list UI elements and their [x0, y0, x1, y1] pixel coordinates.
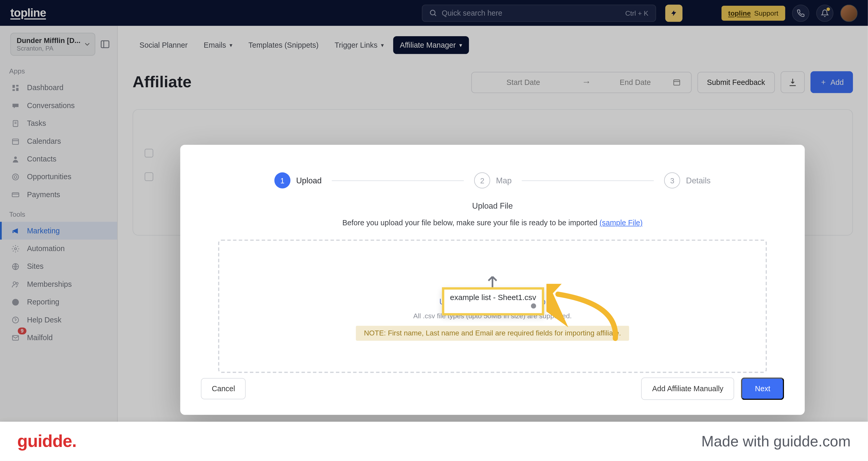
bell-button[interactable] — [816, 4, 833, 22]
panel-toggle-icon[interactable] — [100, 39, 110, 50]
upload-modal: 1 Upload 2 Map 3 Details Upload File Bef… — [180, 145, 805, 415]
search-input[interactable]: Quick search here Ctrl + K — [422, 4, 656, 22]
svg-line-1 — [434, 14, 436, 16]
modal-description: Before you upload your file below, make … — [194, 218, 791, 227]
sidebar-item-calendars[interactable]: Calendars — [0, 132, 117, 150]
chevron-down-icon — [83, 40, 91, 48]
sidebar-heading-tools: Tools — [0, 203, 117, 222]
mail-icon — [11, 334, 20, 342]
file-chip-callout: example list - Sheet1.csv — [442, 287, 544, 315]
row-checkbox[interactable] — [145, 149, 153, 157]
sidebar-item-sites[interactable]: Sites — [0, 257, 117, 275]
tasks-icon — [11, 119, 20, 127]
svg-rect-6 — [16, 87, 19, 91]
sidebar-item-payments[interactable]: Payments — [0, 186, 117, 203]
svg-rect-5 — [16, 85, 19, 86]
chat-icon — [11, 101, 20, 109]
start-date-field[interactable]: Start Date — [472, 72, 575, 92]
tab-templates[interactable]: Templates (Snippets) — [242, 36, 325, 54]
svg-point-0 — [430, 10, 435, 15]
sidebar-item-automation[interactable]: Automation — [0, 240, 117, 257]
next-button[interactable]: Next — [741, 377, 784, 400]
sidebar-item-helpdesk[interactable]: Help Desk — [0, 311, 117, 328]
guidde-logo: guidde. — [17, 432, 76, 451]
help-icon — [11, 316, 20, 324]
globe-icon — [11, 262, 20, 270]
svg-point-20 — [13, 282, 16, 284]
location-selector[interactable]: Dunder Mifflin [D... Scranton, PA — [10, 33, 95, 56]
svg-rect-2 — [101, 41, 109, 48]
tab-affiliate-manager[interactable]: Affiliate Manager▾ — [393, 36, 469, 54]
search-shortcut: Ctrl + K — [625, 9, 648, 17]
svg-rect-4 — [12, 85, 15, 88]
cancel-button[interactable]: Cancel — [201, 378, 246, 400]
sidebar-item-mailfold[interactable]: Mailfold9 — [0, 329, 117, 346]
bolt-button[interactable] — [665, 4, 682, 22]
svg-rect-16 — [12, 193, 19, 196]
chevron-down-icon: ▾ — [229, 42, 232, 48]
modal-subtitle: Upload File — [194, 201, 791, 210]
sidebar-item-dashboard[interactable]: Dashboard — [0, 79, 117, 96]
calendar-icon[interactable] — [673, 78, 691, 86]
dashboard-icon — [11, 84, 20, 92]
sidebar-item-memberships[interactable]: Memberships — [0, 275, 117, 293]
svg-point-21 — [16, 282, 18, 284]
stepper: 1 Upload 2 Map 3 Details — [194, 172, 791, 189]
phone-button[interactable] — [792, 4, 809, 22]
target-icon — [11, 173, 20, 181]
sidebar-item-tasks[interactable]: Tasks — [0, 114, 117, 132]
sidebar-item-marketing[interactable]: Marketing — [0, 222, 117, 240]
page-title: Affiliate — [133, 73, 192, 91]
notification-dot — [827, 7, 830, 11]
contacts-icon — [11, 155, 20, 163]
tab-emails[interactable]: Emails▾ — [197, 36, 239, 54]
chevron-down-icon: ▾ — [459, 42, 462, 48]
megaphone-icon — [11, 227, 20, 235]
topbar: topline Quick search here Ctrl + K topli… — [0, 0, 868, 26]
users-icon — [11, 280, 20, 288]
sample-file-link[interactable]: (sample File) — [599, 218, 643, 227]
add-manually-button[interactable]: Add Affiliate Manually — [641, 377, 735, 400]
download-button[interactable] — [781, 71, 805, 93]
row-checkbox[interactable] — [145, 172, 153, 181]
avatar[interactable] — [840, 4, 858, 22]
gear-icon — [11, 244, 20, 253]
chart-icon — [11, 298, 20, 306]
svg-rect-24 — [674, 80, 680, 85]
sidebar: Dunder Mifflin [D... Scranton, PA Apps D… — [0, 26, 118, 461]
sidebar-item-reporting[interactable]: Reporting — [0, 293, 117, 311]
svg-point-13 — [14, 156, 17, 159]
step-map[interactable]: 2 Map — [474, 172, 512, 189]
svg-rect-7 — [12, 89, 15, 91]
close-icon[interactable] — [531, 304, 536, 309]
search-placeholder: Quick search here — [442, 8, 621, 17]
arrow-right-icon: → — [575, 77, 598, 87]
tab-social-planner[interactable]: Social Planner — [133, 36, 195, 54]
svg-point-18 — [14, 248, 17, 250]
sidebar-item-contacts[interactable]: Contacts — [0, 150, 117, 168]
payments-icon — [11, 191, 20, 199]
support-button[interactable]: topline Support — [721, 5, 785, 20]
tabs: Social Planner Emails▾ Templates (Snippe… — [133, 26, 853, 54]
tab-trigger-links[interactable]: Trigger Links▾ — [328, 36, 391, 54]
svg-point-15 — [14, 175, 17, 178]
chevron-down-icon: ▾ — [381, 42, 384, 48]
svg-rect-11 — [12, 139, 19, 144]
sidebar-heading-apps: Apps — [0, 60, 117, 79]
plus-icon: ＋ — [819, 77, 827, 87]
step-details[interactable]: 3 Details — [664, 172, 711, 189]
add-button[interactable]: ＋ Add — [810, 71, 853, 93]
date-range[interactable]: Start Date → End Date — [471, 71, 691, 93]
end-date-field[interactable]: End Date — [598, 72, 673, 92]
calendar-icon — [11, 137, 20, 145]
badge-count: 9 — [18, 327, 26, 334]
svg-point-14 — [12, 174, 19, 180]
made-with-label: Made with guidde.com — [701, 432, 850, 450]
sidebar-item-opportunities[interactable]: Opportunities — [0, 168, 117, 185]
callout-arrow — [547, 284, 627, 347]
step-upload[interactable]: 1 Upload — [274, 172, 321, 189]
submit-feedback-button[interactable]: Submit Feedback — [697, 71, 775, 93]
app-logo: topline — [10, 6, 46, 20]
search-icon — [429, 9, 437, 17]
sidebar-item-conversations[interactable]: Conversations — [0, 97, 117, 114]
